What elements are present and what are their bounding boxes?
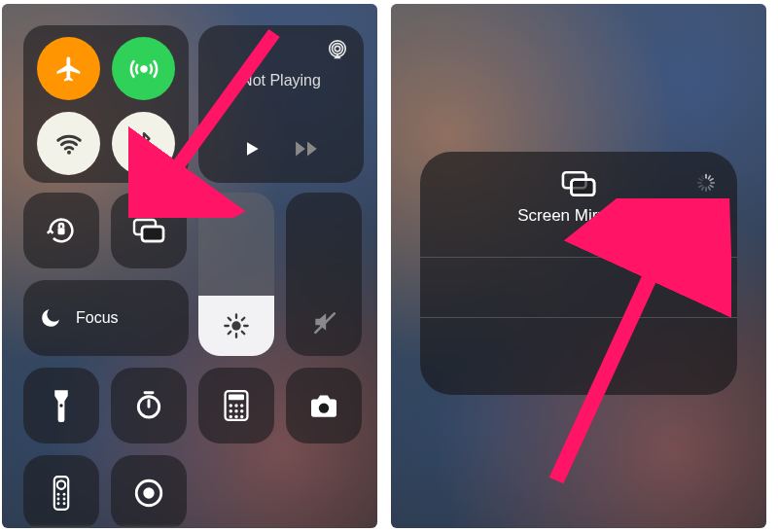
cellular-data-toggle[interactable] <box>112 37 175 100</box>
svg-rect-7 <box>142 227 163 241</box>
svg-line-48 <box>699 179 702 181</box>
camera-button[interactable] <box>286 368 362 443</box>
separator <box>420 317 737 318</box>
brightness-icon <box>223 312 250 339</box>
svg-point-10 <box>59 404 62 407</box>
media-controls-group[interactable]: Not Playing <box>198 25 364 183</box>
svg-point-20 <box>230 415 232 418</box>
timer-button[interactable] <box>111 368 187 443</box>
svg-line-49 <box>702 176 704 179</box>
svg-point-17 <box>230 409 232 412</box>
svg-rect-13 <box>229 395 244 401</box>
control-center-panel: Not Playing Focu <box>2 4 377 528</box>
svg-point-18 <box>234 409 237 412</box>
svg-line-40 <box>710 179 713 181</box>
apple-tv-remote-icon <box>53 476 70 511</box>
airplane-mode-toggle[interactable] <box>37 37 100 100</box>
timer-icon <box>133 390 164 421</box>
svg-line-43 <box>709 187 711 190</box>
svg-point-26 <box>57 493 60 496</box>
calculator-button[interactable] <box>198 368 274 443</box>
flashlight-icon <box>53 389 70 422</box>
svg-point-2 <box>335 46 340 52</box>
svg-rect-5 <box>57 228 64 234</box>
play-icon[interactable] <box>242 138 262 160</box>
focus-button[interactable]: Focus <box>23 280 189 356</box>
bluetooth-toggle[interactable] <box>112 112 175 175</box>
volume-mute-icon <box>309 309 338 335</box>
cellular-antenna-icon <box>129 54 159 84</box>
svg-point-9 <box>231 321 240 330</box>
svg-rect-36 <box>572 180 595 195</box>
svg-point-30 <box>57 502 60 505</box>
svg-point-19 <box>240 409 243 412</box>
camera-icon <box>307 393 340 418</box>
brightness-slider[interactable] <box>198 193 274 356</box>
volume-slider[interactable] <box>286 193 362 356</box>
svg-point-25 <box>57 480 65 488</box>
svg-point-21 <box>234 415 237 418</box>
svg-line-39 <box>709 176 711 179</box>
wifi-toggle[interactable] <box>37 112 100 175</box>
calculator-icon <box>224 390 249 421</box>
svg-line-42 <box>710 186 713 188</box>
moon-icon <box>39 306 62 330</box>
screen-record-icon <box>132 477 165 510</box>
focus-label: Focus <box>76 309 119 327</box>
svg-point-28 <box>57 498 60 501</box>
svg-point-1 <box>67 150 71 154</box>
svg-point-29 <box>63 498 66 501</box>
screen-mirroring-icon <box>559 169 598 198</box>
media-status-label: Not Playing <box>198 72 364 89</box>
svg-point-23 <box>319 403 329 412</box>
bluetooth-icon <box>131 129 157 159</box>
svg-point-27 <box>63 493 66 496</box>
svg-point-33 <box>143 487 154 498</box>
rotation-lock-button[interactable] <box>23 193 99 268</box>
svg-line-45 <box>702 187 704 190</box>
flashlight-button[interactable] <box>23 368 99 443</box>
apple-tv-remote-button[interactable] <box>23 455 99 528</box>
svg-point-14 <box>230 404 232 407</box>
forward-icon[interactable] <box>295 140 320 158</box>
svg-point-3 <box>333 44 343 54</box>
screen-mirroring-title: Screen Mirroring <box>517 206 640 226</box>
screen-mirroring-card[interactable]: Screen Mirroring <box>420 152 737 395</box>
screen-mirroring-panel: Screen Mirroring <box>391 4 766 528</box>
screen-record-button[interactable] <box>111 455 187 528</box>
wifi-icon <box>54 129 84 159</box>
svg-line-46 <box>699 186 702 188</box>
svg-point-15 <box>234 404 237 407</box>
airplay-audio-icon[interactable] <box>327 39 348 60</box>
screen-mirroring-icon <box>131 216 166 245</box>
loading-spinner-icon <box>696 173 716 193</box>
airplane-icon <box>54 54 84 84</box>
svg-point-16 <box>240 404 243 407</box>
brightness-fill <box>198 296 274 356</box>
connectivity-group <box>23 25 189 183</box>
svg-point-31 <box>63 502 66 505</box>
screen-mirroring-button[interactable] <box>111 193 187 268</box>
svg-point-0 <box>141 66 146 71</box>
separator <box>420 257 737 258</box>
rotation-lock-icon <box>45 214 78 247</box>
svg-point-22 <box>240 415 243 418</box>
